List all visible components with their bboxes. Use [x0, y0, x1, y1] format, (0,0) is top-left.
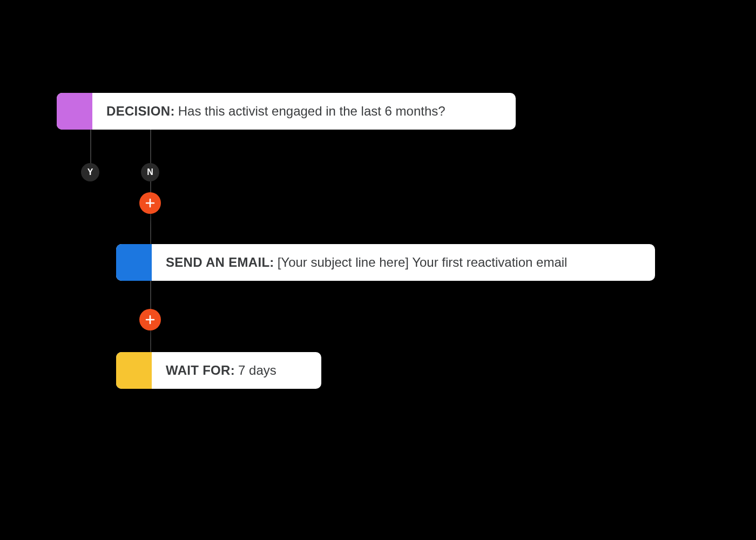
email-text: SEND AN EMAIL: [Your subject line here] …	[152, 244, 581, 281]
plus-icon	[145, 315, 155, 325]
add-step-button-2[interactable]	[139, 309, 161, 330]
email-label: SEND AN EMAIL:	[166, 255, 274, 270]
wait-value: 7 days	[238, 363, 276, 378]
decision-value: Has this activist engaged in the last 6 …	[178, 104, 446, 119]
add-step-button-1[interactable]	[139, 192, 161, 214]
branch-no[interactable]: N	[141, 163, 159, 181]
branch-no-label: N	[147, 167, 153, 177]
wait-text: WAIT FOR: 7 days	[152, 352, 291, 389]
decision-swatch	[57, 93, 92, 130]
decision-step[interactable]: DECISION: Has this activist engaged in t…	[57, 93, 516, 130]
wait-swatch	[116, 352, 152, 389]
branch-yes-label: Y	[87, 167, 93, 177]
email-value: [Your subject line here] Your first reac…	[278, 255, 568, 270]
wait-label: WAIT FOR:	[166, 363, 235, 378]
branch-yes[interactable]: Y	[81, 163, 99, 181]
email-step[interactable]: SEND AN EMAIL: [Your subject line here] …	[116, 244, 655, 281]
plus-icon	[145, 198, 155, 208]
email-swatch	[116, 244, 152, 281]
decision-label: DECISION:	[106, 104, 175, 119]
wait-step[interactable]: WAIT FOR: 7 days	[116, 352, 321, 389]
decision-text: DECISION: Has this activist engaged in t…	[92, 93, 460, 130]
workflow-canvas: DECISION: Has this activist engaged in t…	[0, 0, 756, 540]
